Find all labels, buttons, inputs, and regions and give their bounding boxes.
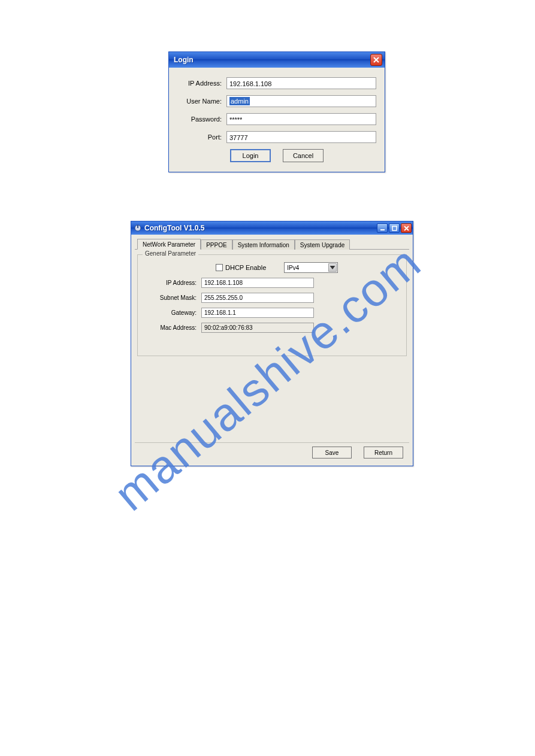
tab-network-parameter[interactable]: NetWork Parameter [137, 239, 201, 250]
cfg-gateway-label: Gateway: [144, 309, 197, 316]
password-label: Password: [177, 116, 226, 123]
login-button[interactable]: Login [230, 149, 271, 162]
ip-version-value: IPv4 [287, 265, 299, 271]
cfg-mac-input [201, 323, 314, 333]
bottom-button-bar: Save Return [135, 442, 409, 462]
chevron-down-icon [328, 263, 337, 272]
password-input[interactable]: ***** [226, 113, 376, 125]
cfg-subnet-input[interactable] [201, 293, 314, 303]
cfg-ip-input[interactable] [201, 278, 314, 288]
close-button[interactable] [401, 223, 412, 233]
user-name-label: User Name: [177, 98, 226, 105]
cfg-mac-label: Mac Address: [144, 324, 197, 331]
tab-system-information[interactable]: System Information [232, 239, 295, 250]
configtool-title: ConfigTool V1.0.5 [144, 224, 204, 232]
login-title: Login [174, 56, 194, 64]
configtool-window: ConfigTool V1.0.5 NetWork Parameter PPPO… [131, 221, 413, 466]
svg-rect-1 [137, 225, 138, 228]
user-name-input[interactable]: admin [226, 95, 376, 107]
close-icon [404, 226, 409, 231]
save-button[interactable]: Save [312, 447, 352, 459]
tab-bar: NetWork Parameter PPPOE System Informati… [135, 238, 409, 250]
maximize-icon [392, 226, 397, 231]
minimize-button[interactable] [377, 223, 388, 233]
cfg-subnet-label: Subnet Mask: [144, 294, 197, 301]
cfg-ip-label: IP Address: [144, 280, 197, 286]
maximize-button[interactable] [389, 223, 400, 233]
general-parameter-group: General Parameter DHCP Enable IPv4 IP Ad… [137, 254, 407, 356]
close-button[interactable] [370, 54, 382, 66]
return-button[interactable]: Return [364, 447, 403, 459]
login-body: IP Address: 192.168.1.108 User Name: adm… [169, 68, 385, 172]
fieldset-legend: General Parameter [143, 250, 198, 257]
dhcp-enable-label: DHCP Enable [225, 264, 266, 271]
login-titlebar[interactable]: Login [169, 52, 385, 68]
configtool-body: NetWork Parameter PPPOE System Informati… [131, 235, 413, 466]
ip-address-input[interactable]: 192.168.1.108 [226, 77, 376, 89]
close-icon [373, 57, 379, 63]
ip-version-select[interactable]: IPv4 [284, 262, 338, 273]
checkbox-icon [216, 264, 223, 271]
tab-pppoe[interactable]: PPPOE [201, 239, 232, 250]
port-label: Port: [177, 133, 226, 141]
port-input[interactable]: 37777 [226, 131, 376, 143]
ip-address-label: IP Address: [177, 80, 226, 87]
svg-rect-3 [392, 226, 397, 230]
cancel-button[interactable]: Cancel [283, 149, 324, 162]
window-controls [377, 223, 412, 233]
app-icon [134, 224, 142, 232]
minimize-icon [380, 226, 385, 231]
dhcp-enable-checkbox[interactable]: DHCP Enable [216, 264, 266, 271]
configtool-titlebar[interactable]: ConfigTool V1.0.5 [131, 221, 413, 235]
tab-system-upgrade[interactable]: System Upgrade [295, 239, 350, 250]
login-dialog: Login IP Address: 192.168.1.108 User Nam… [168, 51, 385, 172]
svg-rect-2 [380, 229, 385, 230]
cfg-gateway-input[interactable] [201, 308, 314, 318]
